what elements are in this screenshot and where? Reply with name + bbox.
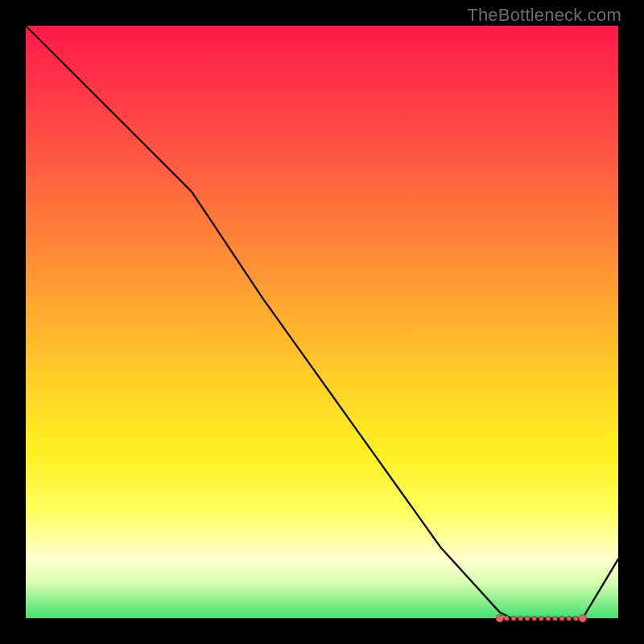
chart-frame: TheBottleneck.com — [0, 0, 644, 644]
bottleneck-marker — [546, 616, 550, 620]
bottleneck-marker — [505, 616, 509, 620]
bottleneck-marker — [532, 616, 536, 620]
bottleneck-marker — [526, 616, 530, 620]
bottleneck-marker — [567, 616, 571, 620]
watermark-text: TheBottleneck.com — [467, 5, 621, 26]
bottleneck-marker — [579, 615, 586, 622]
bottleneck-marker — [539, 616, 543, 620]
bottleneck-marker — [553, 616, 557, 620]
bottleneck-marker — [511, 616, 515, 620]
series-line — [26, 26, 618, 618]
bottleneck-marker — [496, 615, 503, 622]
bottleneck-marker — [518, 616, 522, 620]
bottleneck-marker — [574, 616, 578, 620]
line-layer — [26, 26, 618, 618]
bottleneck-marker — [560, 616, 564, 620]
